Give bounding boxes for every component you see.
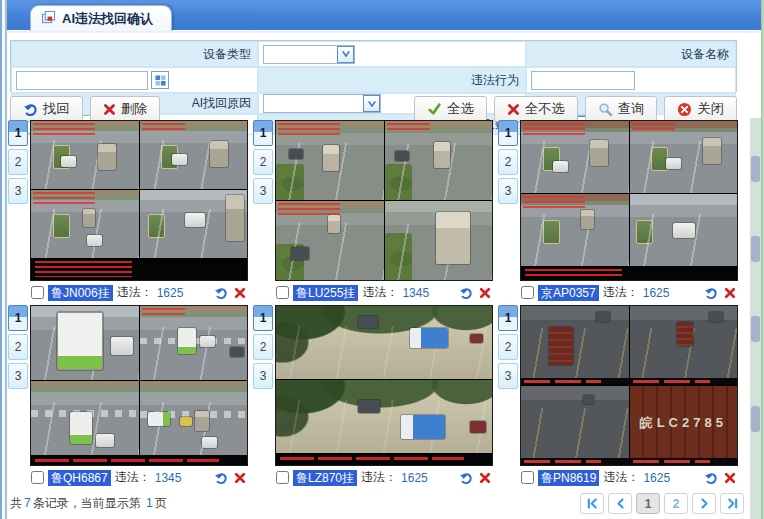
violation-card: 1 2 3 皖LC2785 鲁PN8619 违法： 1625 [498,305,738,486]
frame-tab-2[interactable]: 2 [253,149,273,175]
card-footer: 鲁QH6867 违法： 1345 [30,466,248,486]
action-toolbar: 找回 删除 全选 全不选 查询 关闭 [10,95,737,123]
delete-x-icon[interactable] [479,287,491,299]
card-footer: 鲁PN8619 违法： 1625 [520,466,738,486]
prev-page-button[interactable] [608,493,632,514]
retrieve-button[interactable]: 找回 [10,96,83,122]
device-type-label: 设备类型 [151,46,251,63]
violation-photo[interactable] [275,120,493,281]
license-plate: 鲁PN8619 [538,470,599,486]
tab-title: AI违法找回确认 [62,10,153,28]
undo-icon[interactable] [704,286,718,300]
frame-tab-1[interactable]: 1 [8,305,28,331]
violation-behavior-label: 违法行为 [427,72,519,89]
frame-tab-2[interactable]: 2 [498,334,518,360]
violation-prefix: 违法： [603,469,639,486]
page-button-2[interactable]: 2 [664,493,688,514]
violation-code-link[interactable]: 1625 [643,471,670,485]
violation-prefix: 违法： [361,469,397,486]
license-plate: 鲁QH6867 [48,470,111,486]
violation-behavior-input[interactable] [531,71,635,90]
delete-x-icon[interactable] [479,472,491,484]
card-checkbox[interactable] [276,286,289,299]
frame-tab-3[interactable]: 3 [8,178,28,204]
red-x-icon [507,103,520,116]
query-button[interactable]: 查询 [585,96,658,122]
frame-tab-strip: 1 2 3 [498,120,520,301]
frame-tab-1[interactable]: 1 [253,305,273,331]
frame-tab-3[interactable]: 3 [498,363,518,389]
frame-tab-1[interactable]: 1 [253,120,273,146]
select-all-button[interactable]: 全选 [414,96,487,122]
undo-icon [23,102,38,117]
violation-code-link[interactable]: 1345 [155,471,182,485]
close-circle-icon [677,102,692,117]
delete-button[interactable]: 删除 [90,96,161,122]
photos-icon [41,10,56,28]
scrollbar-track[interactable] [750,118,761,519]
violation-code-link[interactable]: 1345 [402,286,429,300]
last-page-button[interactable] [720,493,744,514]
violation-photo[interactable]: 皖LC2785 [520,305,738,466]
frame-tab-2[interactable]: 2 [8,149,28,175]
violation-prefix: 违法： [117,284,153,301]
card-footer: 鲁LU255挂 违法： 1345 [275,281,493,301]
violation-photo[interactable] [520,120,738,281]
window-left-border [0,0,7,519]
frame-tab-3[interactable]: 3 [253,178,273,204]
close-button[interactable]: 关闭 [664,96,737,122]
license-plate: 鲁LZ870挂 [293,470,357,486]
frame-tab-1[interactable]: 1 [498,120,518,146]
violation-photo[interactable] [275,305,493,466]
device-picker-icon[interactable] [151,71,169,89]
truck-marking-text: 皖LC2785 [634,414,733,432]
select-none-button[interactable]: 全不选 [494,96,578,122]
page-button-1[interactable]: 1 [636,493,660,514]
frame-tab-2[interactable]: 2 [498,149,518,175]
device-name-input[interactable] [16,71,148,90]
next-page-icon [698,497,711,510]
current-page-number: 1 [144,496,155,510]
violation-code-link[interactable]: 1625 [643,286,670,300]
last-page-icon [726,497,739,510]
violation-card: 1 2 3 鲁LU255挂 违法： 1345 [253,120,493,301]
violation-prefix: 违法： [115,469,151,486]
undo-icon[interactable] [459,471,473,485]
frame-tab-strip: 1 2 3 [8,305,30,486]
frame-tab-3[interactable]: 3 [253,363,273,389]
frame-tab-3[interactable]: 3 [8,363,28,389]
undo-icon[interactable] [704,471,718,485]
device-type-select[interactable] [263,45,355,64]
card-checkbox[interactable] [31,286,44,299]
card-checkbox[interactable] [521,471,534,484]
delete-x-icon[interactable] [234,287,246,299]
frame-tab-3[interactable]: 3 [498,178,518,204]
violation-code-link[interactable]: 1625 [157,286,184,300]
license-plate: 鲁JN006挂 [48,285,113,301]
delete-x-icon[interactable] [234,472,246,484]
frame-tab-1[interactable]: 1 [498,305,518,331]
card-checkbox[interactable] [276,471,289,484]
violation-photo[interactable] [30,305,248,466]
frame-tab-2[interactable]: 2 [253,334,273,360]
card-checkbox[interactable] [521,286,534,299]
next-page-button[interactable] [692,493,716,514]
frame-tab-2[interactable]: 2 [8,334,28,360]
chevron-down-icon[interactable] [337,46,354,63]
delete-x-icon[interactable] [724,472,736,484]
card-footer: 鲁LZ870挂 违法： 1625 [275,466,493,486]
violation-photo[interactable] [30,120,248,281]
card-checkbox[interactable] [31,471,44,484]
frame-tab-strip: 1 2 3 [8,120,30,301]
violation-code-link[interactable]: 1625 [401,471,428,485]
frame-tab-1[interactable]: 1 [8,120,28,146]
undo-icon[interactable] [214,471,228,485]
license-plate: 京AP0357 [538,285,599,301]
tab-ai-violation-confirm[interactable]: AI违法找回确认 [30,5,172,31]
delete-x-icon[interactable] [724,287,736,299]
device-name-label: 设备名称 [633,46,729,63]
undo-icon[interactable] [459,286,473,300]
undo-icon[interactable] [214,286,228,300]
first-page-button[interactable] [580,493,604,514]
frame-tab-strip: 1 2 3 [253,305,275,486]
